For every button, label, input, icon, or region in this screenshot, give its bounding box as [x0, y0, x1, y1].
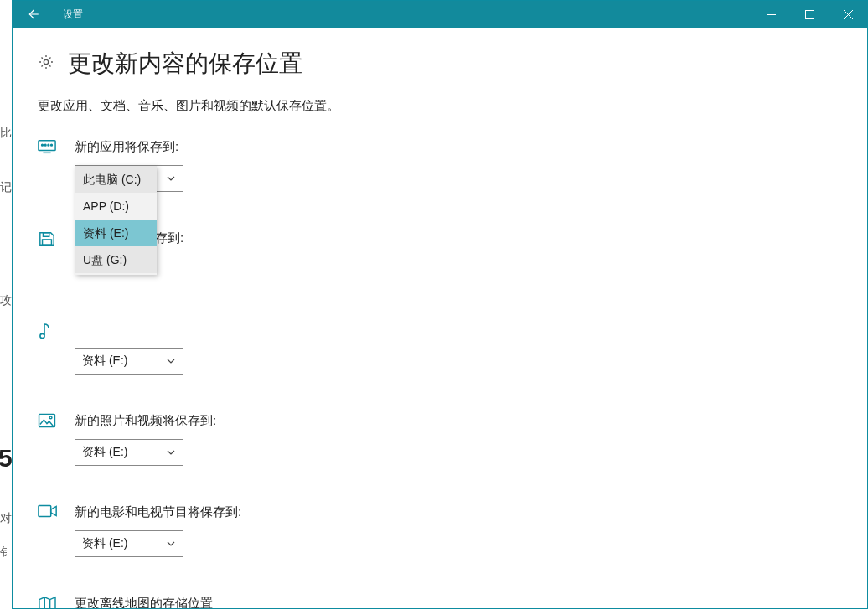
- maximize-icon: [805, 10, 814, 19]
- back-arrow-icon: [25, 7, 40, 22]
- maximize-button[interactable]: [790, 1, 829, 28]
- background-text: 钅: [0, 545, 12, 560]
- storage-item-body: 新的应用将保存到: APP (D:) 此电脑 (C:) APP (D:) 资料 …: [75, 139, 842, 192]
- window-title: 设置: [63, 8, 83, 22]
- content-area: 更改新内容的保存位置 更改应用、文档、音乐、图片和视频的默认保存位置。 新的应用…: [13, 28, 867, 608]
- gear-icon: [38, 54, 54, 74]
- storage-item-movies: 新的电影和电视节目将保存到: 资料 (E:): [38, 504, 842, 557]
- page-title: 更改新内容的保存位置: [68, 48, 302, 80]
- back-button[interactable]: [13, 1, 53, 28]
- maps-icon: [38, 596, 75, 608]
- storage-item-label-partial: 存到:: [75, 230, 842, 246]
- movies-location-combo[interactable]: 资料 (E:): [75, 530, 183, 557]
- photos-location-combo[interactable]: 资料 (E:): [75, 439, 183, 466]
- background-text: 记: [0, 180, 12, 195]
- apps-location-dropdown: 此电脑 (C:) APP (D:) 资料 (E:) U盘 (G:): [75, 166, 157, 275]
- chevron-down-icon: [166, 447, 176, 458]
- svg-point-7: [42, 144, 44, 146]
- chevron-down-icon: [166, 539, 176, 549]
- svg-point-9: [48, 144, 49, 146]
- storage-item-apps: 新的应用将保存到: APP (D:) 此电脑 (C:) APP (D:) 资料 …: [38, 139, 842, 192]
- minimize-icon: [767, 10, 776, 19]
- combo-value: 资料 (E:): [82, 536, 127, 551]
- close-icon: [844, 10, 853, 19]
- storage-item-label: 新的电影和电视节目将保存到:: [75, 504, 842, 520]
- dropdown-option-c[interactable]: 此电脑 (C:): [75, 166, 157, 193]
- music-icon: [38, 322, 75, 344]
- svg-point-13: [40, 333, 44, 338]
- svg-point-4: [44, 59, 48, 64]
- svg-rect-1: [805, 10, 814, 18]
- storage-item-label: 新的应用将保存到:: [75, 139, 842, 155]
- svg-rect-11: [43, 233, 49, 237]
- background-text: 5: [0, 444, 13, 473]
- apps-icon: [38, 139, 75, 158]
- storage-item-music: 新的音乐将保存到: 资料 (E:): [38, 322, 842, 375]
- settings-window: 设置 更改新内容的保存位置 更改应用、文档、音乐、图片和视频的默认保存位置。: [12, 0, 868, 609]
- music-location-combo[interactable]: 资料 (E:): [75, 348, 183, 375]
- page-description: 更改应用、文档、音乐、图片和视频的默认保存位置。: [38, 98, 842, 114]
- background-text: 对: [0, 511, 12, 526]
- storage-item-body: 新的音乐将保存到: 资料 (E:): [75, 322, 842, 375]
- svg-rect-12: [43, 240, 52, 245]
- chevron-down-icon: [166, 356, 176, 366]
- storage-item-body: 新的电影和电视节目将保存到: 资料 (E:): [75, 504, 842, 557]
- window-controls: [752, 1, 867, 28]
- storage-item-photos: 新的照片和视频将保存到: 资料 (E:): [38, 413, 842, 466]
- chevron-down-icon: [166, 173, 176, 184]
- svg-point-8: [44, 144, 46, 146]
- dropdown-option-g[interactable]: U盘 (G:): [75, 246, 157, 273]
- heading-row: 更改新内容的保存位置: [38, 48, 842, 80]
- svg-point-15: [49, 416, 52, 419]
- storage-item-documents: 存到:: [38, 230, 842, 283]
- storage-item-label: 更改离线地图的存储位置: [75, 596, 842, 608]
- photos-icon: [38, 413, 75, 432]
- titlebar: 设置: [13, 1, 867, 28]
- save-icon: [38, 230, 75, 251]
- minimize-button[interactable]: [752, 1, 790, 28]
- dropdown-option-d[interactable]: APP (D:): [75, 193, 157, 220]
- storage-item-body: 存到:: [75, 230, 842, 283]
- background-text: 比: [0, 126, 12, 141]
- storage-item-label: 新的照片和视频将保存到:: [75, 413, 842, 429]
- storage-item-body: 新的照片和视频将保存到: 资料 (E:): [75, 413, 842, 466]
- storage-item-maps: 更改离线地图的存储位置 此电脑 (C:): [38, 596, 842, 608]
- videos-icon: [38, 504, 75, 521]
- background-text: 攻: [0, 293, 12, 308]
- storage-item-body: 更改离线地图的存储位置 此电脑 (C:): [75, 596, 842, 608]
- close-button[interactable]: [829, 1, 867, 28]
- combo-value: 资料 (E:): [82, 445, 127, 460]
- svg-point-10: [51, 144, 53, 146]
- svg-rect-16: [39, 506, 51, 517]
- storage-list: 新的应用将保存到: APP (D:) 此电脑 (C:) APP (D:) 资料 …: [38, 139, 842, 608]
- dropdown-option-e[interactable]: 资料 (E:): [75, 220, 157, 246]
- combo-value: 资料 (E:): [82, 354, 127, 369]
